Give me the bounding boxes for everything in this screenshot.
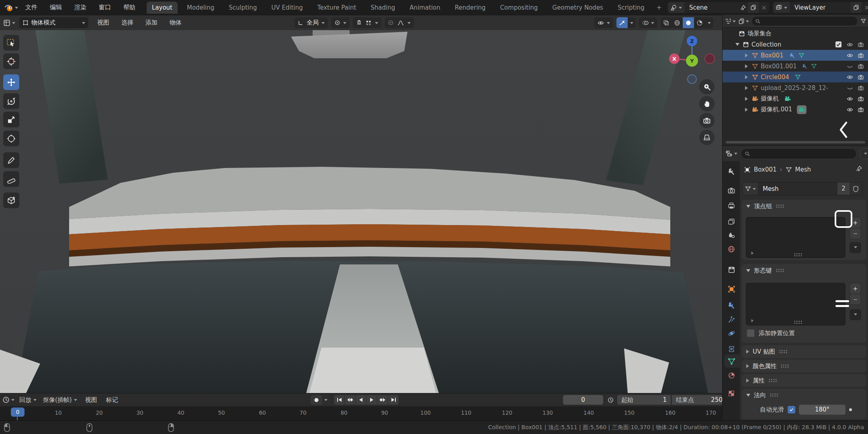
shading-solid-button[interactable] — [683, 17, 694, 28]
outliner-scrollbar[interactable] — [726, 141, 865, 143]
color-attributes-panel[interactable]: 颜色属性 — [742, 360, 866, 373]
breadcrumb-object[interactable]: Box001 — [754, 166, 777, 173]
tool-add-primitive[interactable] — [3, 192, 19, 208]
timeline-menu-view[interactable]: 视图 — [84, 395, 98, 405]
tab-modifiers[interactable] — [726, 300, 737, 310]
outliner-row-box001[interactable]: Box001 — [723, 50, 868, 61]
toggle-orthographic-button[interactable] — [699, 130, 714, 145]
play-button[interactable] — [366, 395, 377, 405]
breadcrumb-data[interactable]: Mesh — [795, 166, 811, 173]
camera-view-button[interactable] — [699, 113, 714, 128]
shape-key-remove-button[interactable] — [850, 294, 861, 305]
keying-set-dropdown[interactable] — [322, 395, 330, 405]
panel-expanded-icon[interactable] — [746, 394, 750, 397]
viewport-menu-view[interactable]: 视图 — [96, 18, 110, 27]
panel-drag-grip[interactable] — [776, 268, 785, 272]
timeline-editor-type-button[interactable] — [2, 396, 14, 403]
jump-prev-keyframe-button[interactable] — [345, 395, 355, 405]
auto-smooth-angle-field[interactable]: 180° — [799, 405, 845, 415]
tab-sculpting[interactable]: Sculpting — [223, 2, 262, 14]
play-reverse-button[interactable] — [356, 395, 366, 405]
scene-unlink-icon[interactable] — [761, 5, 767, 10]
disable-in-renders-toggle[interactable] — [858, 96, 864, 102]
list-footer-expand-icon[interactable] — [751, 319, 754, 322]
shading-dropdown[interactable] — [705, 17, 713, 28]
tab-rendering[interactable]: Rendering — [450, 2, 491, 14]
proportional-edit-icon[interactable] — [388, 20, 394, 26]
panel-label[interactable]: 形态键 — [754, 267, 772, 274]
hide-in-viewport-toggle[interactable] — [847, 96, 853, 102]
hidden-eye-closed-toggle[interactable] — [847, 63, 853, 70]
jump-next-keyframe-button[interactable] — [377, 395, 388, 405]
attributes-panel[interactable]: 属性 — [742, 374, 866, 387]
tab-particles[interactable] — [726, 314, 737, 324]
falloff-curve-icon[interactable] — [397, 20, 404, 26]
users-count-button[interactable]: 2 — [837, 182, 850, 195]
panel-label[interactable]: 颜色属性 — [753, 362, 777, 370]
tab-view-layer[interactable] — [726, 217, 737, 227]
tab-object[interactable] — [726, 284, 737, 294]
scene-browse-button[interactable] — [668, 2, 684, 13]
view-layer-remove-icon[interactable] — [864, 5, 868, 10]
panel-label[interactable]: 属性 — [753, 377, 765, 385]
panel-collapsed-icon[interactable] — [746, 364, 749, 368]
collapse-panel-arrow-icon[interactable] — [838, 121, 849, 139]
jump-to-end-button[interactable] — [388, 395, 399, 405]
tool-scale[interactable] — [3, 112, 19, 127]
panel-label[interactable]: UV 贴图 — [753, 348, 775, 356]
mesh-browse-button[interactable] — [743, 182, 759, 195]
shape-key-specials-dropdown[interactable] — [850, 309, 861, 320]
disclosure-collapsed-icon[interactable] — [745, 86, 748, 90]
frame-start-field[interactable]: 起始 1 — [617, 395, 671, 405]
list-footer-expand-icon[interactable] — [751, 252, 754, 255]
tab-modeling[interactable]: Modeling — [182, 2, 219, 14]
menu-edit[interactable]: 编辑 — [49, 3, 63, 12]
tab-constraints[interactable] — [726, 344, 737, 354]
tab-geometry-nodes[interactable]: Geometry Nodes — [547, 2, 608, 14]
tab-texture[interactable] — [726, 388, 737, 399]
menu-render[interactable]: 渲染 — [74, 3, 87, 12]
outliner-row-collection[interactable]: Collection — [723, 39, 868, 50]
view-layer-new-button[interactable] — [851, 2, 862, 13]
menu-window[interactable]: 窗口 — [98, 3, 112, 12]
pin-id-icon[interactable] — [856, 165, 862, 172]
transform-orientation-dropdown[interactable]: 全局 — [295, 17, 328, 28]
disable-in-renders-toggle[interactable] — [858, 85, 864, 91]
disable-in-renders-toggle[interactable] — [858, 52, 864, 59]
panel-expanded-icon[interactable] — [746, 205, 750, 208]
shape-key-add-button[interactable] — [850, 283, 861, 294]
blender-menu-button[interactable] — [4, 3, 18, 12]
viewport-3d[interactable]: Z X Y — [0, 30, 722, 393]
mode-dropdown[interactable]: 物体模式 — [19, 17, 88, 28]
tab-shading[interactable]: Shading — [365, 2, 400, 14]
editor-type-button[interactable] — [3, 19, 15, 27]
outliner-row-circle004[interactable]: Circle004 — [723, 72, 868, 82]
overlays-icon[interactable] — [642, 20, 649, 26]
hide-in-viewport-toggle[interactable] — [847, 74, 853, 80]
disable-in-renders-toggle[interactable] — [858, 41, 864, 48]
add-rest-position-label[interactable]: 添加静置位置 — [759, 330, 795, 337]
disable-in-renders-toggle[interactable] — [858, 74, 864, 80]
shape-keys-list[interactable] — [746, 283, 845, 326]
navigation-gizmo[interactable]: Z X Y — [662, 33, 719, 86]
disclosure-collapsed-icon[interactable] — [745, 97, 748, 101]
hidden-eye-closed-toggle[interactable] — [847, 85, 853, 92]
tab-output[interactable] — [726, 201, 737, 211]
pan-view-button[interactable] — [699, 96, 714, 111]
shading-material-button[interactable] — [694, 17, 705, 28]
outliner-row-box001-001[interactable]: Box001.001 — [723, 61, 868, 72]
tool-annotate[interactable] — [3, 152, 19, 168]
list-resize-grip[interactable] — [794, 320, 803, 324]
snap-magnet-icon[interactable] — [356, 20, 362, 26]
panel-drag-grip[interactable] — [770, 393, 779, 397]
outliner-search-input[interactable] — [751, 16, 858, 26]
zoom-view-button[interactable] — [699, 79, 714, 94]
disclosure-expanded-icon[interactable] — [735, 43, 739, 46]
disable-in-renders-toggle[interactable] — [858, 106, 864, 113]
panel-expanded-icon[interactable] — [746, 269, 750, 272]
hide-in-viewport-toggle[interactable] — [847, 52, 853, 59]
view-layer-name[interactable]: ViewLayer — [790, 4, 851, 11]
viewport-menu-add[interactable]: 添加 — [145, 18, 158, 27]
gizmos-dropdown[interactable] — [628, 17, 636, 28]
outliner-filter-dropdown[interactable] — [860, 18, 868, 24]
